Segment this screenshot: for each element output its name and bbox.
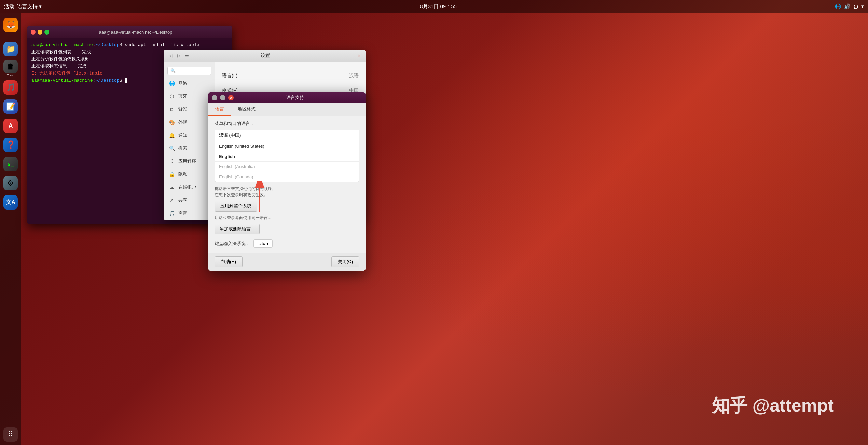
keyboard-select-arrow: ▾ [266, 241, 269, 246]
dock-divider [4, 37, 17, 37]
login-hint: 启动和登录界面使用同一语言... [215, 215, 359, 221]
sidebar-item-sound-label: 声音 [178, 210, 187, 216]
bluetooth-icon: ⬡ [169, 93, 175, 99]
keyboard-input-select[interactable]: fcitx ▾ [253, 239, 273, 248]
dock-item-lang[interactable]: 文A [2, 194, 19, 211]
lang-dialog-maximize-btn[interactable] [220, 95, 225, 100]
sidebar-item-power[interactable]: ⏻ 电源 [164, 220, 215, 220]
sidebar-item-sound[interactable]: 🎵 声音 [164, 207, 215, 220]
drag-hint: 拖动语言来支持他们的优先顺序。 在您下次登录时将改变生效。 [215, 186, 359, 198]
dock-item-firefox[interactable]: 🦊 [2, 16, 19, 33]
terminal-minimize-button[interactable] [38, 30, 42, 35]
sidebar-item-share-label: 共享 [178, 197, 187, 203]
sidebar-item-appearance[interactable]: 🎨 外观 [164, 116, 215, 129]
activities-label[interactable]: 活动 [4, 3, 14, 10]
settings-nav-forward[interactable]: ▷ [176, 53, 182, 59]
help-button[interactable]: 帮助(H) [215, 256, 243, 267]
settings-close-button[interactable]: ✕ [356, 53, 362, 59]
sidebar-item-online-accounts[interactable]: ☁ 在线帐户 [164, 181, 215, 194]
sidebar-item-network-label: 网络 [178, 80, 187, 86]
lang-item-chinese[interactable]: 汉语 (中国) [215, 130, 359, 141]
dock-item-files[interactable]: 📁 [2, 41, 19, 58]
share-icon: ↗ [169, 197, 175, 203]
terminal-icon: $_ [3, 157, 18, 171]
show-apps-button[interactable]: ⠿ [3, 427, 18, 442]
dock-item-notes[interactable]: 📝 [2, 98, 19, 115]
sidebar-item-notifications[interactable]: 🔔 通知 [164, 129, 215, 142]
app-menu-label[interactable]: 语言支持 ▾ [17, 3, 42, 10]
close-dialog-button[interactable]: 关闭(C) [331, 256, 359, 267]
system-menu-icon[interactable]: ▾ [861, 3, 864, 10]
sidebar-item-bluetooth[interactable]: ⬡ 蓝牙 [164, 90, 215, 103]
sidebar-item-search-label: 搜索 [178, 145, 187, 151]
trash-icon: 🗑 [3, 60, 18, 73]
settings-minimize-button[interactable]: ─ [341, 53, 347, 59]
lang-icon: 文A [3, 195, 18, 210]
keyboard-input-label: 键盘输入法系统： [215, 241, 250, 247]
help-icon: ❓ [3, 138, 18, 152]
lang-item-english-au[interactable]: English (Australia) [215, 162, 359, 172]
watermark: 知乎 @attempt [712, 394, 834, 418]
add-remove-lang-btn[interactable]: 添加或删除语言... [215, 224, 260, 234]
sidebar-item-search[interactable]: 🔍 搜索 [164, 142, 215, 155]
top-bar-right: 🌐 🔊 ⏻ ▾ [835, 3, 864, 10]
terminal-line-1: aaa@aaa-virtual-machine:~/Desktop$ sudo … [31, 42, 228, 49]
settings-nav-back[interactable]: ◁ [167, 53, 174, 59]
lang-item-english-ca[interactable]: English (Canada)... [215, 172, 359, 182]
apps-icon: ⠿ [169, 158, 175, 164]
sidebar-item-privacy-label: 隐私 [178, 171, 187, 177]
terminal-window-controls [31, 30, 49, 35]
dock-item-appstore[interactable]: A [2, 117, 19, 134]
lang-dialog-tabs: 语言 地区格式 [208, 103, 366, 116]
firefox-icon: 🦊 [3, 18, 18, 32]
lang-dialog-footer: 帮助(H) 关闭(C) [208, 253, 366, 271]
tab-language[interactable]: 语言 [208, 103, 231, 116]
online-accounts-icon: ☁ [169, 184, 175, 190]
settings-maximize-button[interactable]: □ [348, 53, 355, 59]
dock-item-trash[interactable]: 🗑 Trash [2, 60, 19, 77]
sidebar-item-privacy[interactable]: 🔒 隐私 [164, 168, 215, 181]
power-icon[interactable]: ⏻ [853, 4, 858, 10]
tab-locale-format[interactable]: 地区格式 [231, 103, 262, 116]
top-bar-clock: 8月31日 09：55 [420, 3, 457, 10]
language-row: 语言(L) 汉语 [222, 69, 359, 83]
menu-lang-label: 菜单和窗口的语言： [215, 121, 359, 127]
lang-item-english-us[interactable]: English (United States) [215, 141, 359, 151]
dock-item-settings[interactable]: ⚙ [2, 175, 19, 192]
lang-dialog-minimize-btn[interactable] [212, 95, 217, 100]
notes-icon: 📝 [3, 99, 18, 114]
dock-item-help[interactable]: ❓ [2, 136, 19, 153]
lang-dialog-close-btn[interactable]: ✕ [228, 95, 234, 100]
settings-menu-icon[interactable]: ☰ [184, 53, 190, 59]
sound-icon[interactable]: 🔊 [844, 3, 851, 10]
terminal-titlebar: aaa@aaa-virtual-machine: ~/Desktop [27, 26, 232, 38]
sidebar-item-apps[interactable]: ⠿ 应用程序 [164, 155, 215, 168]
search-icon: 🔍 [169, 145, 175, 151]
files-icon: 📁 [3, 42, 18, 56]
network-status-icon[interactable]: 🌐 [835, 3, 841, 10]
language-support-dialog: ✕ 语言支持 语言 地区格式 菜单和窗口的语言： 汉语 (中国) English… [208, 92, 366, 271]
background-icon: 🖥 [169, 106, 175, 112]
lang-dialog-body: 菜单和窗口的语言： 汉语 (中国) English (United States… [208, 116, 366, 253]
sidebar-item-network[interactable]: 🌐 网络 [164, 77, 215, 90]
notifications-icon: 🔔 [169, 132, 175, 138]
top-bar: 活动 语言支持 ▾ 8月31日 09：55 🌐 🔊 ⏻ ▾ [0, 0, 868, 13]
apply-system-btn[interactable]: 应用到整个系统 [215, 201, 257, 212]
dock-item-rhythmbox[interactable]: 🎵 [2, 79, 19, 96]
settings-titlebar: ◁ ▷ ☰ 设置 ─ □ ✕ [164, 50, 366, 62]
appearance-icon: 🎨 [169, 119, 175, 125]
terminal-title: aaa@aaa-virtual-machine: ~/Desktop [51, 30, 220, 35]
sidebar-item-bluetooth-label: 蓝牙 [178, 93, 187, 99]
network-icon: 🌐 [169, 80, 175, 86]
sidebar-item-background[interactable]: 🖥 背景 [164, 103, 215, 116]
trash-label: Trash [7, 73, 15, 77]
dock: 🦊 📁 🗑 Trash 🎵 📝 A ❓ $_ ⚙ 文A ⠿ [0, 13, 21, 445]
lang-dialog-title: 语言支持 [236, 95, 354, 101]
terminal-maximize-button[interactable] [44, 30, 49, 35]
privacy-icon: 🔒 [169, 171, 175, 177]
dock-item-terminal[interactable]: $_ [2, 156, 19, 173]
sidebar-item-share[interactable]: ↗ 共享 [164, 194, 215, 207]
lang-item-english[interactable]: English [215, 151, 359, 162]
terminal-close-button[interactable] [31, 30, 36, 35]
lang-dialog-titlebar: ✕ 语言支持 [208, 92, 366, 103]
